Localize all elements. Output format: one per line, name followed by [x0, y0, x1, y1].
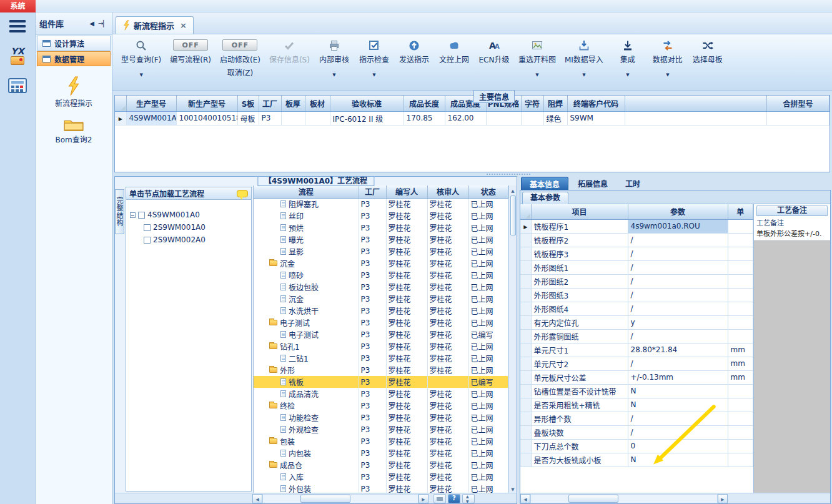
- pin-panel-icon[interactable]: →▏: [98, 20, 108, 27]
- select-all-corner[interactable]: [520, 204, 531, 219]
- scroll-thumb[interactable]: [568, 495, 618, 503]
- column-header[interactable]: 阻焊: [543, 96, 567, 111]
- param-value-cell[interactable]: /: [628, 425, 728, 439]
- param-row[interactable]: 外形露铜图纸 /: [520, 329, 753, 343]
- scroll-thumb[interactable]: [510, 195, 516, 235]
- calculator-icon[interactable]: [8, 78, 27, 93]
- nav-tab-design-algorithm[interactable]: 设计算法: [37, 36, 111, 51]
- param-value-cell[interactable]: /: [628, 247, 728, 260]
- node-checkbox[interactable]: [138, 212, 145, 219]
- flow-row[interactable]: 电子测试 P3 罗桂花 罗桂花 已编写: [254, 329, 508, 340]
- flow-row[interactable]: 功能检查 P3 罗桂花 罗桂花 已上网: [254, 412, 508, 423]
- flow-row[interactable]: 包装 P3 罗桂花 罗桂花 已上网: [254, 435, 508, 447]
- column-header[interactable]: 终端客户代码: [567, 96, 625, 111]
- info-data-row[interactable]: 4S9WM001A0 10010400105182 母板 P3 IPC-6012…: [115, 111, 830, 125]
- toolbar-button[interactable]: 重选开料图: [516, 39, 558, 78]
- flow-row[interactable]: 电子测试 P3 罗桂花 罗桂花 已上网: [254, 317, 508, 329]
- param-row[interactable]: 钻槽位置是否不设计铣带 N: [520, 384, 753, 398]
- toolbar-button[interactable]: 内部审核: [316, 39, 352, 78]
- column-header[interactable]: 单: [728, 204, 753, 219]
- column-header[interactable]: S板: [237, 96, 259, 111]
- toolbar-button[interactable]: 数据对比: [650, 39, 686, 78]
- flow-row[interactable]: 显影 P3 罗桂花 罗桂花 已上网: [254, 245, 508, 257]
- subtab-basic-params[interactable]: 基本参数: [522, 192, 568, 204]
- column-header[interactable]: 验收标准: [330, 96, 404, 111]
- param-row[interactable]: 外形图纸3 /: [520, 288, 753, 302]
- flow-row[interactable]: 钻孔1 P3 罗桂花 罗桂花 已上网: [254, 340, 508, 352]
- column-header[interactable]: [625, 96, 767, 111]
- collapse-node-icon[interactable]: [130, 212, 136, 218]
- flow-row[interactable]: 外包装 P3 罗桂花 罗桂花 已上网: [254, 483, 508, 493]
- nav-tab-data-management[interactable]: 数据管理: [37, 51, 111, 66]
- node-checkbox[interactable]: [144, 224, 151, 231]
- node-checkbox[interactable]: [144, 237, 151, 244]
- flow-row[interactable]: 预烘 P3 罗桂花 罗桂花 已上网: [254, 222, 508, 234]
- param-row[interactable]: 单元尺寸1 28.80*21.84 mm: [520, 343, 753, 357]
- column-header[interactable]: 合拼型号: [767, 96, 830, 111]
- param-value-cell[interactable]: /: [628, 274, 728, 288]
- toolbar-button[interactable]: 文控上网: [436, 39, 472, 64]
- param-row[interactable]: 外形图纸4 /: [520, 302, 753, 315]
- column-header[interactable]: 参数: [628, 204, 728, 219]
- toolbar-button[interactable]: 发送指示: [396, 39, 432, 64]
- horizontal-scrollbar[interactable]: [252, 494, 428, 503]
- side-tab-structure[interactable]: 完整结构: [115, 189, 124, 234]
- column-header[interactable]: 流程: [254, 185, 359, 198]
- dropdown-arrow-icon[interactable]: [582, 69, 585, 78]
- flow-row[interactable]: 丝印 P3 罗桂花 罗桂花 已上网: [254, 210, 508, 222]
- column-header[interactable]: 核审人: [427, 185, 468, 198]
- flow-row[interactable]: 入库 P3 罗桂花 罗桂花 已上网: [254, 471, 508, 483]
- flow-row[interactable]: 外形 P3 罗桂花 罗桂花 已上网: [254, 364, 508, 376]
- toolbar-button[interactable]: 集成: [610, 39, 646, 78]
- hamburger-menu-icon[interactable]: [9, 20, 26, 32]
- flow-row[interactable]: 铣板 P3 罗桂花 已编写: [254, 376, 508, 388]
- toolbar-button[interactable]: OFF 启动修改(E) 取消(Z): [217, 39, 263, 77]
- column-header[interactable]: 项目: [531, 204, 628, 219]
- column-header[interactable]: 板厚: [281, 96, 305, 111]
- detail-tab[interactable]: 拓展信息: [570, 177, 616, 190]
- param-value-cell[interactable]: /: [628, 357, 728, 370]
- param-row[interactable]: 铣板程序1 4s9wm001a0.ROU: [520, 219, 753, 233]
- tree-node[interactable]: 2S9WM001A0: [130, 221, 247, 234]
- column-header[interactable]: 新生产型号: [176, 96, 237, 111]
- nav-item-bom-query[interactable]: Bom查询2: [36, 117, 112, 144]
- param-row[interactable]: 铣板程序2 /: [520, 233, 753, 247]
- tree-node[interactable]: 2S9WM002A0: [130, 234, 247, 246]
- dropdown-arrow-icon[interactable]: [666, 69, 669, 78]
- column-header[interactable]: 字符: [521, 96, 543, 111]
- flow-row[interactable]: 阻焊塞孔 P3 罗桂花 罗桂花 已上网: [254, 198, 508, 210]
- column-header[interactable]: 状态: [468, 185, 508, 198]
- param-value-cell[interactable]: /: [628, 288, 728, 302]
- scroll-up-icon[interactable]: [511, 185, 514, 194]
- vertical-scrollbar[interactable]: [508, 185, 517, 493]
- tab-new-flow-instruction[interactable]: 新流程指示: [116, 16, 194, 34]
- scroll-right-icon[interactable]: [718, 494, 728, 503]
- param-value-cell[interactable]: 28.80*21.84: [628, 343, 728, 357]
- nav-item-new-flow[interactable]: 新流程指示: [36, 76, 112, 108]
- param-value-cell[interactable]: N: [628, 398, 728, 412]
- toggle-off-button[interactable]: OFF: [173, 39, 208, 51]
- spinner-icon[interactable]: [462, 494, 475, 503]
- param-value-cell[interactable]: +/-0.13mm: [628, 370, 728, 384]
- column-header[interactable]: 板材: [305, 96, 330, 111]
- flow-row[interactable]: 成品清洗 P3 罗桂花 罗桂花 已上网: [254, 388, 508, 400]
- param-row[interactable]: 铣板程序3 /: [520, 247, 753, 260]
- select-all-corner[interactable]: [115, 96, 126, 111]
- param-row[interactable]: 叠板块数 /: [520, 425, 753, 439]
- close-tab-icon[interactable]: [180, 21, 187, 30]
- flow-row[interactable]: 终检 P3 罗桂花 罗桂花 已上网: [254, 400, 508, 412]
- flow-row[interactable]: 水洗烘干 P3 罗桂花 罗桂花 已上网: [254, 305, 508, 317]
- toolbar-sub-action[interactable]: 取消(Z): [227, 67, 254, 77]
- param-value-cell[interactable]: /: [628, 329, 728, 343]
- param-row[interactable]: 单元尺寸2 / mm: [520, 357, 753, 370]
- param-row[interactable]: 单元板尺寸公差 +/-0.13mm mm: [520, 370, 753, 384]
- param-value-cell[interactable]: 0: [628, 439, 728, 453]
- scroll-left-icon[interactable]: [520, 494, 530, 503]
- param-row[interactable]: 有无内定位孔 y: [520, 315, 753, 329]
- toolbar-button[interactable]: 保存信息(S): [267, 39, 312, 64]
- param-value-cell[interactable]: /: [628, 233, 728, 247]
- param-row[interactable]: 下刀点总个数 0: [520, 439, 753, 453]
- column-header[interactable]: 成品长度: [404, 96, 445, 111]
- toolbar-button[interactable]: ECN升级: [476, 39, 512, 64]
- toolbar-button[interactable]: 选择母板: [690, 39, 726, 64]
